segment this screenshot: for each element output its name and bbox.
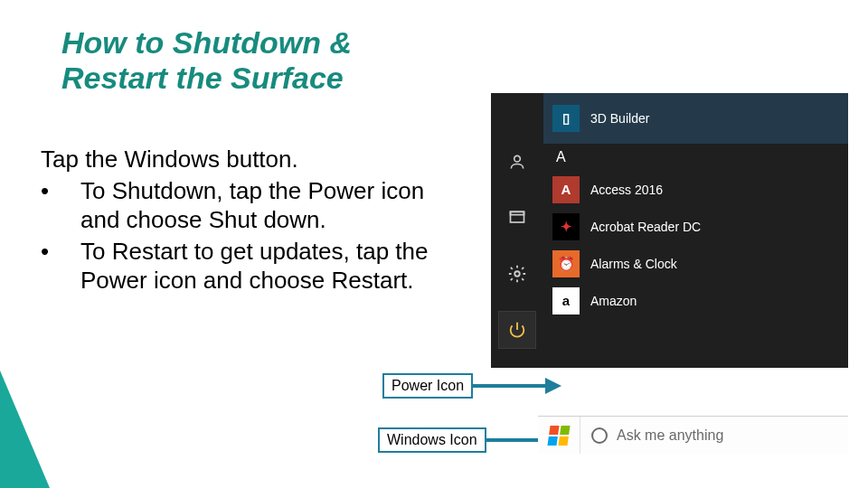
windows-logo-icon [547, 426, 570, 446]
bullet-text: To Restart to get updates, tap the Power… [80, 237, 448, 296]
bullet-text: To Shutdown, tap the Power icon and choo… [80, 176, 448, 235]
svg-rect-1 [511, 211, 524, 222]
callout-label: Windows Icon [378, 427, 486, 453]
slide-title: How to Shutdown & Restart the Surface [61, 25, 459, 96]
svg-point-0 [514, 155, 521, 162]
arrow-head-icon [545, 378, 561, 394]
svg-point-3 [514, 271, 520, 277]
app-list-item[interactable]: ▯ 3D Builder [543, 93, 848, 144]
start-menu-rail [491, 93, 543, 368]
app-tile-icon: ✦ [552, 213, 580, 240]
section-letter[interactable]: A [552, 147, 839, 171]
start-menu-app-list: ▯ 3D Builder A A Access 2016 ✦ Acrobat R… [543, 93, 848, 368]
cortana-icon [591, 427, 608, 444]
arrow-line [486, 438, 543, 442]
app-label: Acrobat Reader DC [590, 220, 701, 234]
lead-text: Tap the Windows button. [41, 145, 448, 174]
app-tile-icon: a [552, 287, 580, 314]
app-label: Amazon [590, 294, 637, 308]
decorative-triangle [0, 371, 50, 488]
app-tile-icon: ⏰ [552, 250, 580, 277]
svg-rect-2 [511, 211, 524, 214]
user-icon[interactable] [499, 144, 535, 180]
app-label: Alarms & Clock [590, 257, 677, 271]
app-tile-icon: ▯ [552, 105, 580, 132]
search-placeholder: Ask me anything [617, 427, 723, 444]
app-tile-icon: A [552, 176, 580, 203]
bullet-item: • To Shutdown, tap the Power icon and ch… [41, 176, 448, 235]
app-list-item[interactable]: ✦ Acrobat Reader DC [552, 208, 839, 245]
arrow-line [473, 384, 545, 388]
app-list-item[interactable]: a Amazon [552, 282, 839, 319]
settings-icon[interactable] [499, 256, 535, 292]
file-explorer-icon[interactable] [499, 200, 535, 236]
callout-label: Power Icon [382, 373, 473, 399]
power-icon[interactable] [499, 312, 535, 348]
windows-start-button[interactable] [538, 417, 580, 455]
callout-power-icon: Power Icon [382, 373, 561, 399]
callout-windows-icon: Windows Icon [378, 427, 560, 453]
cortana-search-input[interactable]: Ask me anything [580, 417, 848, 454]
taskbar: Ask me anything [538, 416, 848, 454]
app-list-item[interactable]: ⏰ Alarms & Clock [552, 245, 839, 282]
slide-body: Tap the Windows button. • To Shutdown, t… [41, 145, 448, 296]
app-label: Access 2016 [590, 183, 663, 197]
app-label: 3D Builder [590, 111, 649, 126]
bullet-item: • To Restart to get updates, tap the Pow… [41, 237, 448, 296]
app-list-item[interactable]: A Access 2016 [552, 171, 839, 208]
start-menu: ▯ 3D Builder A A Access 2016 ✦ Acrobat R… [491, 93, 848, 368]
